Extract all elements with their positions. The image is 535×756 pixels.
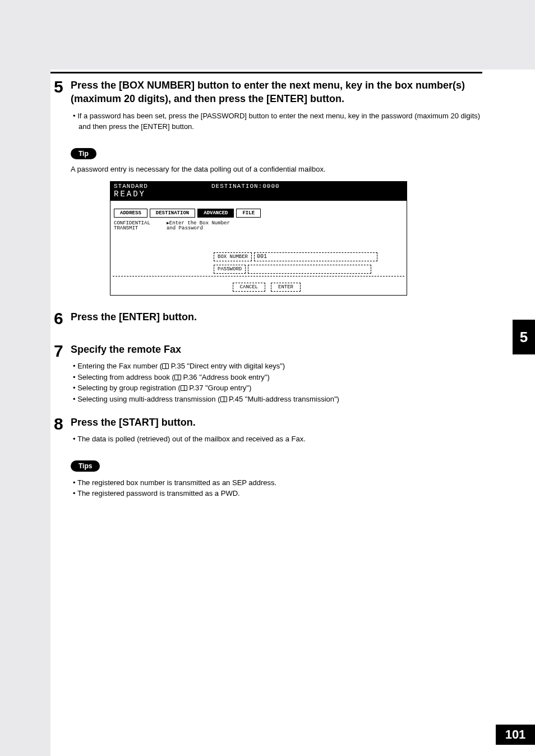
tip-text: A password entry is necessary for the da… xyxy=(71,165,482,173)
tips-badge: Tips xyxy=(71,460,100,472)
horizontal-rule xyxy=(50,72,482,73)
top-gray-band xyxy=(0,0,535,70)
bullet-pre: Selecting from address book ( xyxy=(77,373,174,381)
book-icon xyxy=(181,385,187,391)
step-8: 8 Press the [START] button. The data is … xyxy=(54,416,482,445)
lcd-tab-advanced[interactable]: ADVANCED xyxy=(197,209,234,218)
tip-badge: Tip xyxy=(71,148,96,159)
cross-ref: P.35 "Direct entry with digital keys") xyxy=(169,362,285,370)
lcd-destination: DESTINATION:0000 xyxy=(211,183,280,190)
lcd-tab-address[interactable]: ADDRESS xyxy=(114,209,147,218)
lcd-ready: READY xyxy=(114,190,403,199)
lcd-cancel-button[interactable]: CANCEL xyxy=(233,283,265,292)
step-title: Press the [ENTER] button. xyxy=(71,310,482,324)
step-title: Press the [BOX NUMBER] button to enter t… xyxy=(71,79,482,106)
left-gray-band xyxy=(0,0,50,756)
lcd-sub-instruction: Enter the Box Number and Password xyxy=(167,221,230,232)
lcd-row-password: PASSWORD xyxy=(214,265,371,274)
cross-ref: P.45 "Multi-address transmission") xyxy=(227,395,339,403)
lcd-divider xyxy=(113,276,404,276)
lcd-password-field[interactable] xyxy=(248,265,371,274)
lcd-tab-destination[interactable]: DESTINATION xyxy=(150,209,195,218)
step-bullet: Selecting using multi-address transmissi… xyxy=(79,394,482,405)
lcd-header: STANDARD READY DESTINATION:0000 xyxy=(110,182,407,201)
tips-list: The registered box number is transmitted… xyxy=(71,477,482,499)
step-body: Press the [START] button. The data is po… xyxy=(71,416,482,445)
step-bullet: Selecting from address book ( P.36 "Addr… xyxy=(79,372,482,383)
step-title: Specify the remote Fax xyxy=(71,343,482,356)
page: 5 Press the [BOX NUMBER] button to enter… xyxy=(0,0,535,756)
lcd-box-number-button[interactable]: BOX NUMBER xyxy=(214,252,252,261)
book-icon xyxy=(220,397,227,402)
step-number: 7 xyxy=(54,343,71,359)
lcd-bottom-buttons: CANCEL ENTER xyxy=(233,283,303,292)
cross-ref: P.37 "Group entry") xyxy=(187,384,252,392)
step-body: Press the [BOX NUMBER] button to enter t… xyxy=(71,79,482,132)
book-icon xyxy=(162,363,169,369)
lcd-box-number-field[interactable]: 001 xyxy=(254,252,377,261)
chapter-tab: 5 xyxy=(513,320,535,354)
step-bullet: If a password has been set, press the [P… xyxy=(79,110,482,132)
lcd-row-boxnumber: BOX NUMBER 001 xyxy=(214,252,377,261)
page-number: 101 xyxy=(496,725,535,745)
bullet-pre: Entering the Fax number ( xyxy=(77,362,162,370)
tips-bullet: The registered password is transmitted a… xyxy=(79,488,482,499)
lcd-tabs: ADDRESS DESTINATION ADVANCED FILE xyxy=(114,209,261,218)
step-number: 8 xyxy=(54,416,71,432)
book-icon xyxy=(174,375,181,380)
step-bullet: Entering the Fax number ( P.35 "Direct e… xyxy=(79,361,482,372)
lcd-tab-file[interactable]: FILE xyxy=(236,209,261,218)
content-area: 5 Press the [BOX NUMBER] button to enter… xyxy=(54,79,482,499)
step-body: Specify the remote Fax Entering the Fax … xyxy=(71,343,482,404)
step-body: Press the [ENTER] button. xyxy=(71,310,482,328)
lcd-enter-button[interactable]: ENTER xyxy=(271,283,301,292)
step-title: Press the [START] button. xyxy=(71,416,482,429)
step-number: 5 xyxy=(54,79,71,95)
step-6: 6 Press the [ENTER] button. xyxy=(54,310,482,328)
cross-ref: P.36 "Address book entry") xyxy=(181,373,270,381)
step-7: 7 Specify the remote Fax Entering the Fa… xyxy=(54,343,482,404)
step-number: 6 xyxy=(54,310,71,327)
lcd-screenshot: STANDARD READY DESTINATION:0000 ADDRESS … xyxy=(110,181,407,296)
bullet-pre: Selecting by group registration ( xyxy=(77,384,181,392)
step-5: 5 Press the [BOX NUMBER] button to enter… xyxy=(54,79,482,132)
tips-bullet: The registered box number is transmitted… xyxy=(79,477,482,488)
step-bullet: Selecting by group registration ( P.37 "… xyxy=(79,382,482,394)
bullet-pre: Selecting using multi-address transmissi… xyxy=(77,395,220,403)
lcd-password-button[interactable]: PASSWORD xyxy=(214,265,246,274)
step-bullet: The data is polled (retrieved) out of th… xyxy=(79,434,482,445)
lcd-sub-confidential: CONFIDENTIAL TRANSMIT xyxy=(114,221,150,232)
